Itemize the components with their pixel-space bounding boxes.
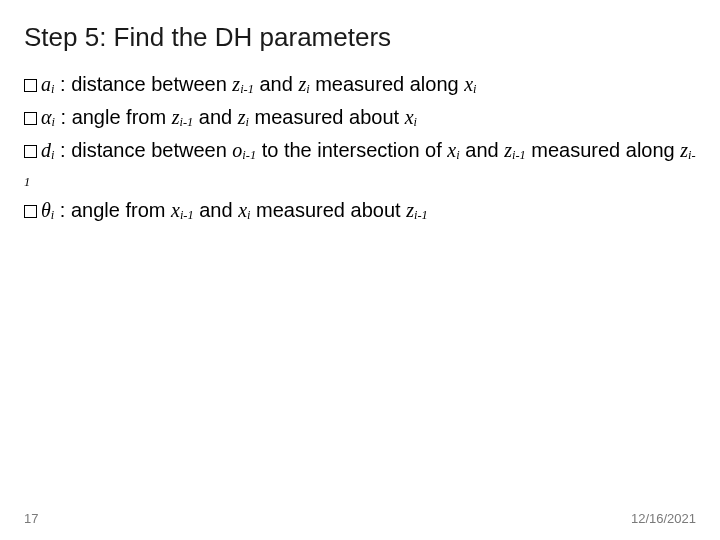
param-definition: angle from zi-1 and zi measured about xi [72,106,417,128]
sym-base: d [41,139,51,161]
slide-date: 12/16/2021 [631,511,696,526]
param-symbol: θi [41,199,54,221]
page-number: 17 [24,511,38,526]
param-definition: distance between oi-1 to the intersectio… [24,139,696,188]
param-symbol: αi [41,106,55,128]
sym-base: a [41,73,51,95]
square-bullet-icon [24,112,37,125]
sym-base: θ [41,199,51,221]
slide-body: ai : distance between zi-1 and zi measur… [24,71,696,224]
square-bullet-icon [24,79,37,92]
bullet-item: ai : distance between zi-1 and zi measur… [24,71,696,98]
param-symbol: di [41,139,54,161]
bullet-item: θi : angle from xi-1 and xi measured abo… [24,197,696,224]
sym-sub: i [51,148,54,162]
sym-sub: i [51,82,54,96]
sym-sub: i [51,208,54,222]
sym-sub: i [52,115,55,129]
bullet-item: di : distance between oi-1 to the inters… [24,137,696,191]
slide: Step 5: Find the DH parameters ai : dist… [0,0,720,540]
square-bullet-icon [24,205,37,218]
square-bullet-icon [24,145,37,158]
param-definition: distance between zi-1 and zi measured al… [71,73,476,95]
sym-base: α [41,106,52,128]
bullet-item: αi : angle from zi-1 and zi measured abo… [24,104,696,131]
param-symbol: ai [41,73,54,95]
slide-footer: 17 12/16/2021 [24,511,696,526]
param-definition: angle from xi-1 and xi measured about zi… [71,199,428,221]
slide-title: Step 5: Find the DH parameters [24,22,696,53]
